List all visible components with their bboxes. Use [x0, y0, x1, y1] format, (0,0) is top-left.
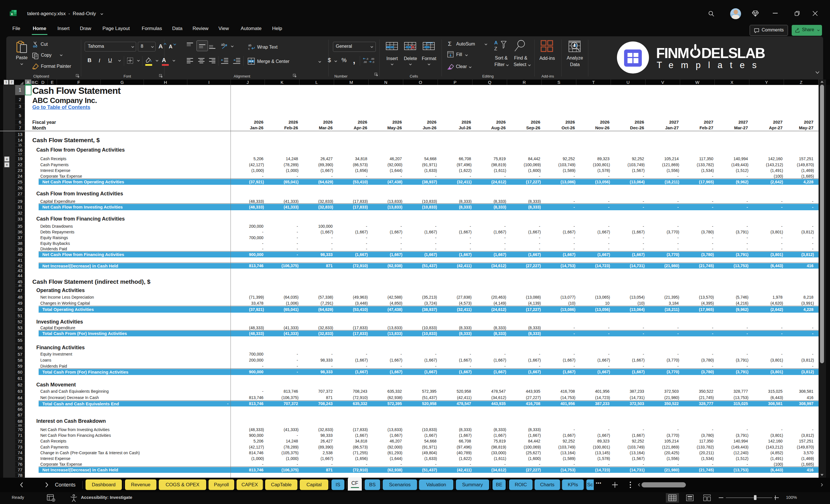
svg-text:Z: Z: [494, 46, 497, 52]
svg-text:A: A: [494, 40, 498, 45]
svg-text:.00: .00: [363, 61, 367, 63]
svg-text:x: x: [11, 12, 13, 16]
svg-text:c: c: [248, 47, 250, 50]
svg-text:ab: ab: [248, 44, 252, 47]
svg-text:ab: ab: [221, 43, 225, 46]
svg-text:.0: .0: [372, 61, 374, 63]
svg-text:.0: .0: [366, 58, 369, 60]
svg-text:.00: .00: [371, 58, 374, 60]
